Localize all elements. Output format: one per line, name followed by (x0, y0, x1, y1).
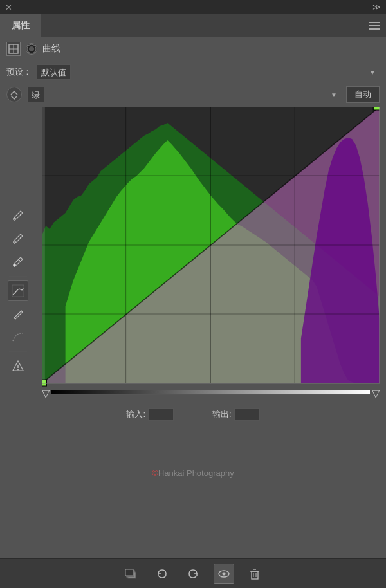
gradient-row: ▽ ▽ (42, 387, 380, 399)
layer-icon[interactable] (26, 43, 37, 55)
bottom-toolbar (0, 558, 386, 588)
input-output-row: 输入: 输出: (0, 403, 386, 423)
curves-title: 曲线 (42, 43, 60, 55)
svg-line-9 (19, 259, 21, 261)
eyedropper-gray-tool[interactable] (8, 228, 28, 249)
svg-line-7 (19, 236, 21, 238)
svg-rect-38 (252, 571, 258, 579)
adjustment-icon[interactable] (6, 42, 21, 56)
preset-select-wrapper: 默认值 (37, 64, 380, 80)
svg-point-8 (13, 241, 15, 244)
top-bar: ✕ ≫ (0, 0, 386, 14)
curves-svg[interactable] (42, 107, 380, 390)
svg-rect-35 (125, 569, 133, 576)
eyedropper-white-tool[interactable] (8, 252, 28, 272)
menu-button[interactable] (369, 22, 380, 30)
properties-tab[interactable]: 属性 (0, 14, 41, 37)
svg-rect-30 (373, 107, 380, 110)
previous-state-button[interactable] (152, 564, 172, 584)
channel-select[interactable]: 绿 (27, 87, 44, 102)
auto-button[interactable]: 自动 (346, 86, 380, 103)
visibility-button[interactable] (214, 564, 234, 584)
output-group: 输出: (212, 408, 260, 421)
tab-bar: 属性 (0, 14, 386, 37)
output-value[interactable] (234, 408, 260, 421)
input-group: 输入: (126, 408, 174, 421)
reset-button[interactable] (183, 564, 203, 584)
channel-select-wrapper: 绿 (27, 87, 341, 102)
toolbar-divider-2 (9, 351, 27, 352)
output-label: 输出: (212, 409, 232, 420)
svg-point-10 (13, 264, 15, 267)
channel-arrows-icon[interactable] (6, 87, 22, 102)
clipping-warning-tool[interactable] (8, 356, 28, 376)
curves-canvas-area (42, 107, 380, 390)
watermark: ©Hankai Photography (0, 462, 386, 483)
preset-row: 预设： 默认值 (0, 60, 386, 84)
input-label: 输入: (126, 409, 145, 420)
highlight-handle[interactable]: ▽ (372, 389, 380, 399)
spacer2 (0, 483, 386, 496)
left-toolbar (0, 200, 35, 381)
svg-line-5 (19, 213, 21, 215)
channel-row: 绿 自动 (0, 84, 386, 107)
chevron-right-icon: ≫ (372, 3, 381, 12)
toolbar-divider-1 (9, 276, 27, 277)
input-value[interactable] (148, 408, 174, 421)
eyedropper-black-tool[interactable] (8, 205, 28, 226)
close-button[interactable]: ✕ (5, 3, 12, 12)
create-layer-button[interactable] (121, 564, 142, 584)
preset-label: 预设： (6, 66, 32, 78)
svg-rect-32 (42, 107, 45, 383)
curves-section: ▽ ▽ (0, 107, 386, 403)
gradient-bar[interactable] (51, 390, 371, 395)
svg-point-37 (223, 572, 226, 575)
svg-point-4 (29, 46, 34, 51)
watermark-icon: © (152, 468, 158, 478)
pencil-tool[interactable] (8, 304, 28, 324)
svg-point-16 (17, 369, 19, 371)
gradient-section: ▽ ▽ (42, 387, 380, 399)
smooth-curve-tool[interactable] (8, 327, 28, 347)
spacer (0, 423, 386, 462)
curves-header: 曲线 (0, 37, 386, 60)
watermark-text: Hankai Photography (158, 468, 234, 478)
curve-smooth-tool[interactable] (8, 280, 28, 301)
preset-select[interactable]: 默认值 (37, 64, 71, 80)
svg-rect-11 (12, 285, 24, 297)
delete-button[interactable] (244, 564, 265, 584)
svg-line-12 (21, 311, 23, 312)
shadow-handle[interactable]: ▽ (42, 389, 50, 399)
